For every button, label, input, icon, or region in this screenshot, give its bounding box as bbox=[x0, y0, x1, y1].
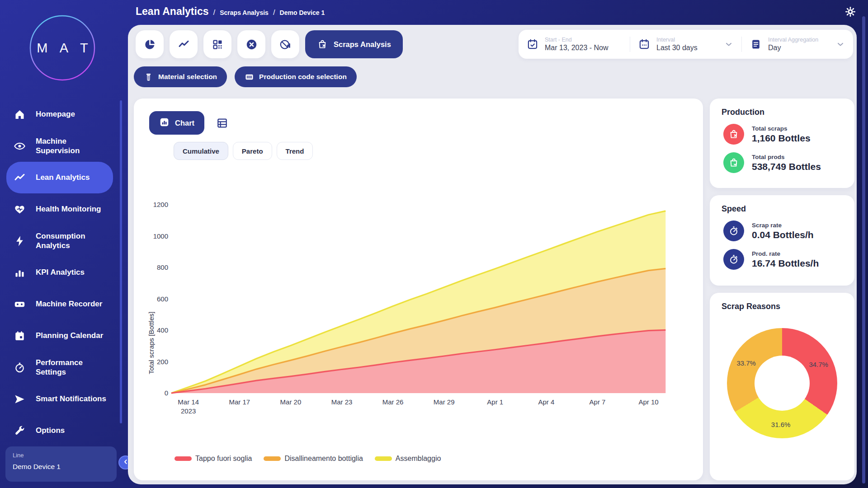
interval-control[interactable]: Interval Last 30 days bbox=[630, 37, 741, 52]
sidebar-item-consumption-analytics[interactable]: Consumption Analytics bbox=[6, 225, 113, 257]
donut-slice-label: 33.7% bbox=[736, 359, 756, 367]
breadcrumb-separator: / bbox=[273, 8, 275, 17]
calendar-icon bbox=[14, 330, 26, 342]
x-tick-label: Apr 1 bbox=[473, 398, 517, 407]
sidebar-item-label: Homepage bbox=[36, 109, 75, 119]
sidebar-item-planning-calendar[interactable]: Planning Calendar bbox=[6, 320, 113, 352]
bar-chart-icon bbox=[14, 267, 26, 279]
stat-label: Scrap rate bbox=[752, 222, 814, 229]
page-scrollbar[interactable] bbox=[862, 16, 865, 483]
stat-value: 16.74 Bottles/h bbox=[752, 258, 819, 269]
tab-cumulative[interactable]: Cumulative bbox=[174, 142, 228, 160]
x-tick-label: Apr 7 bbox=[576, 398, 619, 407]
legend-item[interactable]: Assemblaggio bbox=[375, 455, 441, 463]
qr-icon bbox=[212, 38, 224, 51]
chart-card: Chart CumulativeParetoTrend Total scraps… bbox=[134, 99, 703, 480]
device-panel[interactable]: Line Demo Device 1 bbox=[5, 446, 117, 482]
mat-logo: M A T bbox=[29, 14, 96, 81]
production-stats: Total scraps1,160 BottlesTotal prods538,… bbox=[723, 124, 847, 173]
stat-value: 1,160 Bottles bbox=[752, 133, 811, 144]
bag-check-icon bbox=[723, 152, 744, 173]
scrap-reasons-donut: 34.7%31.6%33.7% bbox=[727, 328, 837, 438]
send-icon bbox=[14, 393, 26, 405]
qr-tool-button[interactable] bbox=[203, 30, 231, 58]
y-tick-label: 600 bbox=[148, 295, 168, 303]
page-title: Lean Analytics bbox=[136, 5, 208, 18]
recorder-icon bbox=[14, 298, 26, 310]
start-end-control[interactable]: Start - End Mar 13, 2023 - Now bbox=[519, 37, 630, 52]
production-title: Production bbox=[722, 108, 764, 117]
y-tick-label: 800 bbox=[148, 263, 168, 271]
sidebar-item-label: Machine Recorder bbox=[36, 299, 102, 309]
stat-value: 0.04 Bottles/h bbox=[752, 230, 814, 240]
production-card: Production Total scraps1,160 BottlesTota… bbox=[710, 99, 854, 188]
start-end-value: Mar 13, 2023 - Now bbox=[545, 44, 609, 52]
legend-item[interactable]: Tappo fuori soglia bbox=[175, 455, 252, 463]
sidebar-item-health-monitoring[interactable]: Health Monitoring bbox=[6, 193, 113, 225]
chevron-down-icon bbox=[836, 40, 845, 49]
active-tool-label: Scraps Analysis bbox=[334, 40, 391, 49]
sidebar-item-label: Health Monitoring bbox=[36, 204, 101, 214]
breadcrumb: Lean Analytics / Scraps Analysis / Demo … bbox=[136, 5, 325, 18]
settings-gear-button[interactable] bbox=[844, 6, 856, 18]
calendar-icon bbox=[638, 38, 650, 50]
speed-title: Speed bbox=[722, 204, 746, 214]
x-tick-label: Mar 20 bbox=[269, 398, 312, 407]
sidebar-scrollbar[interactable] bbox=[120, 100, 122, 423]
trend-tool-button[interactable] bbox=[170, 30, 198, 58]
chart-legend: Tappo fuori sogliaDisallineamento bottig… bbox=[175, 455, 441, 463]
x-circle-tool-button[interactable] bbox=[237, 30, 265, 58]
sidebar-item-machine-recorder[interactable]: Machine Recorder bbox=[6, 288, 113, 320]
logo-text: M A T bbox=[29, 14, 96, 81]
y-tick-label: 400 bbox=[148, 326, 168, 334]
analysis-toolbar: Scraps Analysis bbox=[136, 30, 403, 58]
x-tick-label: Mar 142023 bbox=[167, 398, 210, 416]
stopwatch-icon bbox=[723, 249, 744, 270]
table-view-button[interactable] bbox=[216, 117, 228, 129]
bag-x-icon bbox=[723, 124, 744, 145]
sidebar-item-label: Smart Notifications bbox=[36, 394, 106, 404]
sidebar-item-smart-notifications[interactable]: Smart Notifications bbox=[6, 383, 113, 415]
breadcrumb-device[interactable]: Demo Device 1 bbox=[280, 9, 325, 16]
legend-swatch bbox=[375, 456, 392, 461]
start-end-label: Start - End bbox=[545, 37, 609, 43]
scraps-analysis-tool-button[interactable]: Scraps Analysis bbox=[305, 30, 403, 58]
sidebar-item-label: Planning Calendar bbox=[36, 331, 103, 340]
sidebar-item-label: Performance Settings bbox=[36, 358, 108, 377]
chart-view-button[interactable]: Chart bbox=[149, 111, 204, 135]
y-tick-label: 200 bbox=[148, 358, 168, 366]
speed-card: Speed Scrap rate0.04 Bottles/hProd. rate… bbox=[710, 195, 854, 286]
material-selection-button[interactable]: Material selection bbox=[134, 66, 227, 87]
y-tick-label: 1000 bbox=[148, 232, 168, 240]
aggregation-control[interactable]: Interval Aggregation Day bbox=[741, 37, 853, 52]
sidebar-item-kpi-analytics[interactable]: KPI Analytics bbox=[6, 257, 113, 288]
tab-pareto[interactable]: Pareto bbox=[233, 142, 272, 160]
sidebar-item-lean-analytics[interactable]: Lean Analytics bbox=[6, 162, 113, 193]
sidebar-item-homepage[interactable]: Homepage bbox=[6, 99, 113, 130]
stat-label: Total prods bbox=[752, 154, 821, 160]
tab-trend[interactable]: Trend bbox=[277, 142, 313, 160]
production-code-selection-button[interactable]: Production code selection bbox=[235, 66, 357, 87]
stat-label: Total scraps bbox=[752, 125, 811, 132]
pie-tool-button[interactable] bbox=[136, 30, 164, 58]
legend-item[interactable]: Disallineamento bottiglia bbox=[264, 455, 363, 463]
sidebar-item-performance-settings[interactable]: Performance Settings bbox=[6, 352, 113, 383]
no-data-tool-button[interactable] bbox=[271, 30, 299, 58]
selection-button-label: Material selection bbox=[158, 73, 217, 81]
legend-label: Assemblaggio bbox=[396, 455, 441, 463]
document-lines-icon bbox=[750, 38, 762, 50]
heart-pulse-icon bbox=[14, 203, 26, 216]
content-area: Scraps Analysis Start - End Mar 13, 2023… bbox=[128, 25, 857, 484]
interval-value: Last 30 days bbox=[656, 44, 698, 52]
stat-row-total-scraps: Total scraps1,160 Bottles bbox=[723, 124, 847, 145]
y-tick-label: 1200 bbox=[148, 201, 168, 208]
stopwatch-icon bbox=[723, 221, 744, 241]
x-tick-label: Apr 4 bbox=[524, 398, 568, 407]
aggregation-value: Day bbox=[768, 44, 818, 52]
sidebar-item-machine-supervision[interactable]: Machine Supervision bbox=[6, 130, 113, 162]
wrench-icon bbox=[14, 425, 26, 437]
sidebar-item-options[interactable]: Options bbox=[6, 415, 113, 446]
breadcrumb-section[interactable]: Scraps Analysis bbox=[220, 9, 269, 16]
chevron-down-icon bbox=[724, 40, 733, 49]
table-icon bbox=[216, 123, 228, 131]
